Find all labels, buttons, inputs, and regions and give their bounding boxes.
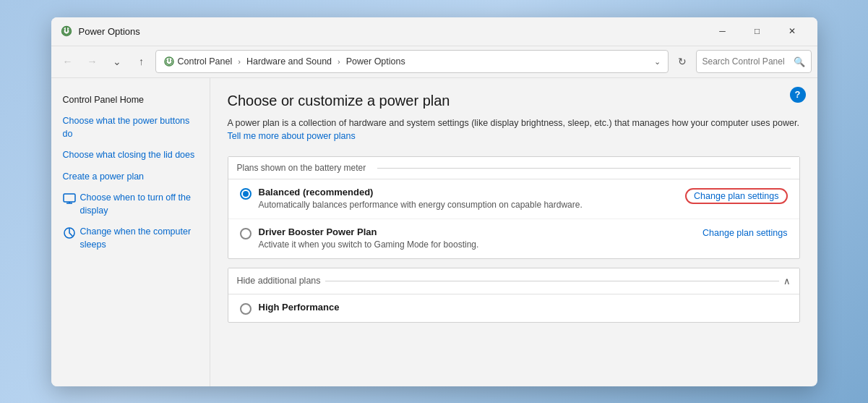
breadcrumb-sep-2: › bbox=[338, 57, 340, 66]
sidebar-item-home[interactable]: Control Panel Home bbox=[51, 90, 210, 111]
search-input[interactable] bbox=[702, 56, 789, 67]
sidebar-turn-off-display-label: Choose when to turn off the display bbox=[80, 192, 198, 217]
sleep-icon bbox=[63, 226, 76, 239]
breadcrumb-po: Power Options bbox=[346, 56, 405, 67]
sidebar-item-closing-lid[interactable]: Choose what closing the lid does bbox=[51, 145, 210, 166]
back-button[interactable]: ← bbox=[57, 51, 79, 72]
content-title: Choose or customize a power plan bbox=[228, 93, 800, 109]
chevron-up-icon[interactable]: ∧ bbox=[783, 276, 791, 287]
plan-name-high-performance: High Performance bbox=[259, 302, 340, 313]
hide-additional-rule bbox=[325, 281, 779, 281]
hide-additional-label: Hide additional plans bbox=[237, 276, 321, 286]
sidebar-item-power-buttons[interactable]: Choose what the power buttons do bbox=[51, 111, 210, 145]
radio-driver-booster[interactable] bbox=[240, 228, 252, 239]
sidebar-item-create-plan[interactable]: Create a power plan bbox=[51, 166, 210, 188]
close-button[interactable]: ✕ bbox=[775, 20, 809, 42]
sidebar: Control Panel Home Choose what the power… bbox=[51, 78, 210, 386]
plan-name-driver-booster: Driver Booster Power Plan bbox=[259, 226, 479, 237]
plan-item-driver-booster: Driver Booster Power Plan Activate it wh… bbox=[228, 219, 799, 258]
sidebar-home-label: Control Panel Home bbox=[63, 94, 145, 107]
sidebar-create-plan-label: Create a power plan bbox=[63, 171, 145, 184]
window-controls: ─ □ ✕ bbox=[706, 20, 809, 42]
plan-info-driver-booster: Driver Booster Power Plan Activate it wh… bbox=[259, 226, 479, 251]
main-window: Power Options ─ □ ✕ ← → ⌄ ↑ Control Pane… bbox=[51, 17, 817, 386]
sidebar-item-computer-sleeps[interactable]: Change when the computer sleeps bbox=[51, 221, 210, 255]
search-field[interactable]: 🔍 bbox=[696, 50, 812, 73]
battery-meter-label: Plans shown on the battery meter bbox=[237, 163, 372, 173]
content-area: ? Choose or customize a power plan A pow… bbox=[210, 78, 817, 386]
monitor-icon bbox=[63, 192, 76, 205]
plan-desc-balanced: Automatically balances performance with … bbox=[259, 199, 583, 211]
breadcrumb-cp: Control Panel bbox=[178, 56, 233, 67]
title-bar: Power Options ─ □ ✕ bbox=[51, 17, 817, 46]
plan-desc-driver-booster: Activate it when you switch to Gaming Mo… bbox=[259, 239, 479, 251]
sidebar-closing-lid-label: Choose what closing the lid does bbox=[63, 149, 195, 162]
plan-item-balanced: Balanced (recommended) Automatically bal… bbox=[228, 179, 799, 219]
maximize-button[interactable]: □ bbox=[741, 20, 774, 42]
address-field[interactable]: Control Panel › Hardware and Sound › Pow… bbox=[155, 50, 669, 73]
sidebar-computer-sleeps-label: Change when the computer sleeps bbox=[80, 226, 198, 251]
plan-info-balanced: Balanced (recommended) Automatically bal… bbox=[259, 187, 583, 211]
plan-left-balanced: Balanced (recommended) Automatically bal… bbox=[240, 187, 583, 211]
battery-meter-section: Plans shown on the battery meter Balance… bbox=[228, 156, 800, 259]
plan-item-high-performance: High Performance bbox=[228, 294, 799, 322]
plan-name-balanced: Balanced (recommended) bbox=[259, 187, 583, 198]
content-desc-text: A power plan is a collection of hardware… bbox=[228, 118, 799, 128]
window-icon bbox=[60, 25, 73, 38]
svg-rect-4 bbox=[64, 194, 75, 202]
battery-meter-header: Plans shown on the battery meter bbox=[228, 157, 799, 179]
up-button[interactable]: ↑ bbox=[131, 51, 152, 72]
forward-button[interactable]: → bbox=[82, 51, 103, 72]
radio-balanced[interactable] bbox=[240, 188, 252, 200]
hide-additional-header: Hide additional plans ∧ bbox=[228, 268, 799, 294]
content-description: A power plan is a collection of hardware… bbox=[228, 116, 800, 144]
breadcrumb-sep-1: › bbox=[238, 57, 241, 66]
battery-meter-rule bbox=[377, 168, 790, 169]
sidebar-power-buttons-label: Choose what the power buttons do bbox=[63, 115, 198, 140]
main-area: Control Panel Home Choose what the power… bbox=[51, 78, 817, 386]
window-title: Power Options bbox=[79, 26, 706, 37]
refresh-button[interactable]: ↻ bbox=[671, 51, 693, 72]
minimize-button[interactable]: ─ bbox=[706, 20, 739, 42]
address-bar: ← → ⌄ ↑ Control Panel › Hardware and Sou… bbox=[51, 46, 817, 78]
change-plan-balanced[interactable]: Change plan settings bbox=[685, 188, 787, 204]
additional-plans-section: Hide additional plans ∧ High Performance bbox=[228, 268, 800, 323]
search-icon: 🔍 bbox=[794, 56, 805, 67]
help-button[interactable]: ? bbox=[790, 87, 806, 103]
dropdown-button[interactable]: ⌄ bbox=[106, 51, 128, 72]
radio-high-performance[interactable] bbox=[240, 303, 252, 315]
breadcrumb-hw: Hardware and Sound bbox=[246, 56, 332, 67]
learn-more-link[interactable]: Tell me more about power plans bbox=[228, 131, 356, 141]
radio-balanced-inner bbox=[243, 191, 249, 197]
address-dropdown-arrow: ⌄ bbox=[654, 57, 661, 67]
plan-left-driver-booster: Driver Booster Power Plan Activate it wh… bbox=[240, 226, 479, 251]
change-plan-driver-booster[interactable]: Change plan settings bbox=[702, 228, 787, 238]
sidebar-item-turn-off-display[interactable]: Choose when to turn off the display bbox=[51, 187, 210, 221]
